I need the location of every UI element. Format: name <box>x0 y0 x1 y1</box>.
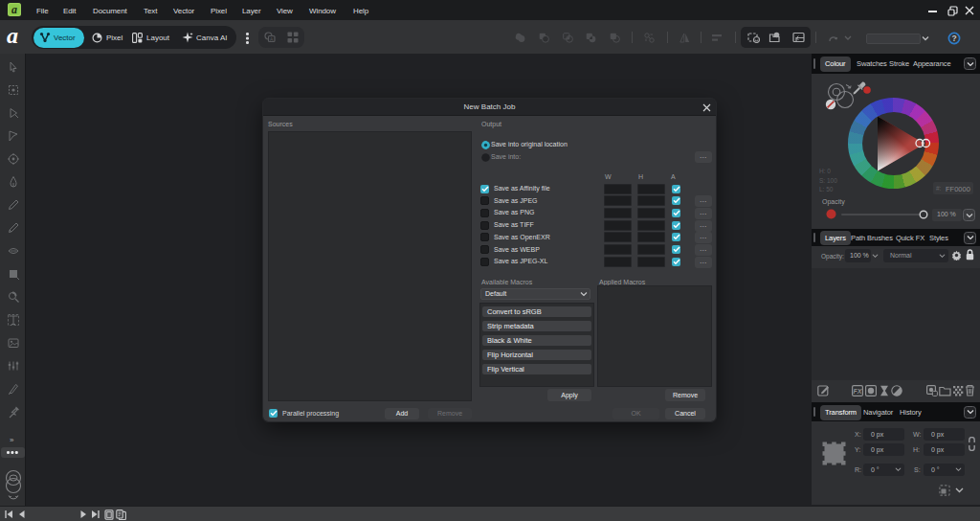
svg-text:a: a <box>11 3 17 16</box>
svg-text:FX: FX <box>854 388 863 395</box>
svg-text:?: ? <box>951 34 956 43</box>
